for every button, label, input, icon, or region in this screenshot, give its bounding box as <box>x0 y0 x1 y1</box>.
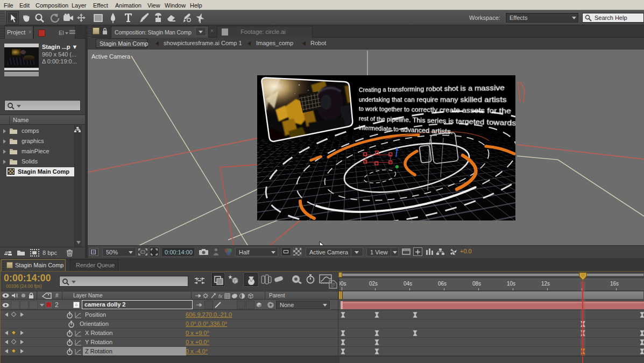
svg-text:fx: fx <box>218 294 223 299</box>
